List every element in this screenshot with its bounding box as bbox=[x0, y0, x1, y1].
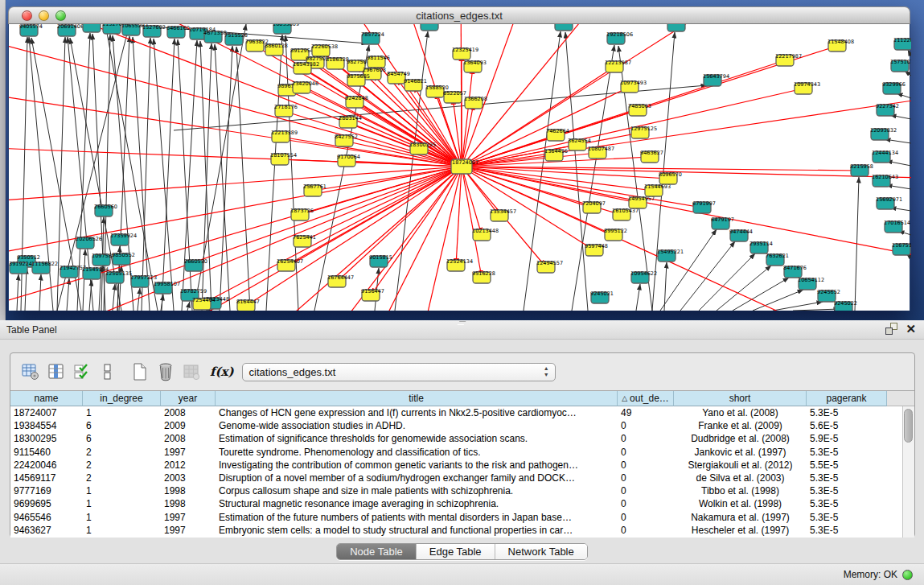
network-node[interactable]: 1572233 bbox=[420, 24, 443, 31]
network-node[interactable]: 9245021 bbox=[590, 290, 614, 303]
table-row[interactable]: 911546021997Tourette syndrome. Phenomeno… bbox=[10, 446, 914, 459]
network-node[interactable]: 12524134 bbox=[446, 258, 473, 271]
network-node[interactable]: 20691406 bbox=[57, 24, 84, 36]
table-row[interactable]: 1830029562008Estimation of significance … bbox=[10, 432, 914, 445]
network-node[interactable]: 8471676 bbox=[783, 265, 807, 278]
network-node[interactable]: 1167533 bbox=[892, 242, 911, 255]
column-header[interactable]: pagerank bbox=[807, 391, 887, 406]
network-node[interactable]: 7462664 bbox=[546, 128, 569, 141]
table-row[interactable]: 1938455462009Genome-wide association stu… bbox=[10, 419, 914, 432]
network-node[interactable]: 9227342 bbox=[876, 103, 899, 116]
network-node[interactable]: 1112207 bbox=[893, 37, 911, 50]
network-node[interactable]: 22260538 bbox=[311, 43, 338, 56]
column-header[interactable]: title bbox=[216, 391, 618, 406]
network-node[interactable]: 9245022 bbox=[834, 300, 857, 311]
table-row[interactable]: 1872400712008Changes of HCN gene express… bbox=[10, 406, 914, 419]
row-height-icon[interactable] bbox=[96, 360, 120, 384]
tab-network-table[interactable]: Network Table bbox=[495, 544, 587, 559]
network-window[interactable]: citations_edges.txt 94055742069140682505… bbox=[8, 6, 910, 311]
network-node[interactable]: 6466160 bbox=[166, 25, 190, 38]
network-node[interactable]: 12093832 bbox=[870, 127, 897, 140]
network-node[interactable]: 2567761 bbox=[303, 183, 326, 196]
network-node[interactable]: 23420046 bbox=[292, 80, 318, 93]
splitter-handle[interactable] bbox=[458, 321, 466, 325]
close-panel-icon[interactable]: ✕ bbox=[906, 323, 916, 335]
network-node[interactable]: 10807487 bbox=[588, 146, 614, 159]
zoom-window-icon[interactable] bbox=[55, 10, 66, 21]
tab-node-table[interactable]: Node Table bbox=[337, 544, 417, 559]
table-row[interactable]: 1456911722003Disruption of a novel membe… bbox=[10, 472, 914, 484]
column-header[interactable]: short bbox=[674, 391, 807, 406]
network-node[interactable]: 7204097 bbox=[582, 200, 606, 213]
column-header[interactable]: in_degree bbox=[83, 391, 161, 406]
network-node[interactable]: 9463627 bbox=[640, 150, 663, 163]
network-node[interactable]: 6522057 bbox=[443, 90, 466, 103]
network-node[interactable]: 16210643 bbox=[872, 174, 898, 187]
network-node[interactable]: 8096570 bbox=[659, 171, 682, 184]
network-node[interactable]: 7632621 bbox=[766, 253, 789, 266]
network-node[interactable]: 16764447 bbox=[327, 274, 354, 287]
network-node[interactable]: 9516228 bbox=[472, 270, 495, 283]
network-node[interactable]: 10974343 bbox=[794, 81, 820, 94]
network-node[interactable]: 2660530 bbox=[184, 258, 207, 271]
memory-status-icon[interactable] bbox=[902, 570, 913, 580]
network-node[interactable]: 9811546 bbox=[367, 55, 390, 68]
column-header[interactable]: year bbox=[161, 391, 216, 406]
network-node[interactable]: 11544693 bbox=[644, 183, 671, 196]
network-node[interactable]: 8995122 bbox=[604, 228, 627, 241]
network-node[interactable]: 2718176 bbox=[274, 104, 298, 117]
network-node[interactable]: 9405574 bbox=[19, 24, 43, 36]
network-node[interactable]: 11548408 bbox=[827, 39, 854, 51]
tab-edge-table[interactable]: Edge Table bbox=[417, 544, 495, 559]
network-node[interactable]: 18130544 bbox=[667, 24, 693, 31]
network-node[interactable]: 17359924 bbox=[110, 233, 137, 245]
scrollbar-thumb[interactable] bbox=[904, 409, 913, 443]
network-node[interactable]: 1527602 bbox=[142, 24, 166, 37]
network-node[interactable]: 14954957 bbox=[628, 196, 655, 208]
network-node[interactable]: 2935114 bbox=[749, 241, 773, 253]
network-node[interactable]: 12213987 bbox=[605, 60, 631, 72]
network-node[interactable]: 8164447 bbox=[236, 299, 260, 311]
network-node[interactable]: 4671358 bbox=[203, 30, 227, 43]
close-window-icon[interactable] bbox=[22, 10, 32, 21]
table-settings-icon[interactable] bbox=[18, 360, 43, 384]
network-node[interactable]: 8215958 bbox=[850, 163, 873, 176]
vertical-scrollbar[interactable] bbox=[902, 406, 914, 538]
network-node[interactable]: 8427552 bbox=[335, 134, 358, 146]
network-node[interactable]: 7857224 bbox=[361, 31, 384, 44]
network-node[interactable]: 17016514 bbox=[884, 220, 910, 233]
delete-icon[interactable] bbox=[154, 360, 178, 384]
network-node[interactable]: 19218506 bbox=[606, 31, 633, 44]
network-node[interactable]: 12325419 bbox=[452, 47, 478, 60]
network-node[interactable]: 16105437 bbox=[612, 208, 639, 220]
network-node[interactable]: 6791997 bbox=[692, 200, 716, 213]
select-rows-icon[interactable] bbox=[70, 360, 94, 384]
network-node[interactable]: 9474444 bbox=[729, 229, 753, 241]
network-node[interactable]: 15495221 bbox=[657, 249, 684, 262]
network-node[interactable]: 16254407 bbox=[277, 258, 303, 271]
float-panel-icon[interactable] bbox=[885, 323, 897, 335]
network-node[interactable]: 9146821 bbox=[404, 78, 427, 91]
new-file-icon[interactable] bbox=[128, 360, 152, 384]
network-canvas[interactable]: 9405574206914068250527115276010655287152… bbox=[8, 24, 910, 311]
table-row[interactable]: 2242004622012Investigating the contribut… bbox=[10, 459, 914, 472]
network-node[interactable]: 2660560 bbox=[94, 204, 117, 216]
network-node[interactable]: 15751074 bbox=[890, 59, 911, 72]
network-node[interactable]: 12444134 bbox=[872, 150, 898, 163]
table-row[interactable]: 946362711997Embryonic stem cells: a mode… bbox=[10, 524, 914, 537]
network-node[interactable]: 9015815 bbox=[369, 254, 392, 267]
network-node[interactable]: 8860128 bbox=[265, 43, 288, 56]
network-node[interactable]: 1364436 bbox=[544, 148, 568, 161]
network-node[interactable]: 1364093 bbox=[463, 60, 487, 72]
network-window-titlebar[interactable]: citations_edges.txt bbox=[8, 6, 910, 24]
network-node[interactable]: 15692971 bbox=[876, 196, 902, 209]
network-node[interactable]: 6479197 bbox=[711, 216, 734, 229]
network-node[interactable]: 1366208 bbox=[464, 96, 487, 109]
minimize-window-icon[interactable] bbox=[39, 10, 49, 21]
network-node[interactable]: 7485063 bbox=[628, 103, 651, 116]
network-node[interactable]: 1873726 bbox=[290, 208, 314, 220]
network-node[interactable]: 9329966 bbox=[882, 81, 906, 94]
network-node[interactable]: 13534457 bbox=[490, 208, 516, 221]
network-node[interactable]: 12217987 bbox=[775, 53, 802, 66]
network-node[interactable]: 19958107 bbox=[154, 281, 180, 294]
